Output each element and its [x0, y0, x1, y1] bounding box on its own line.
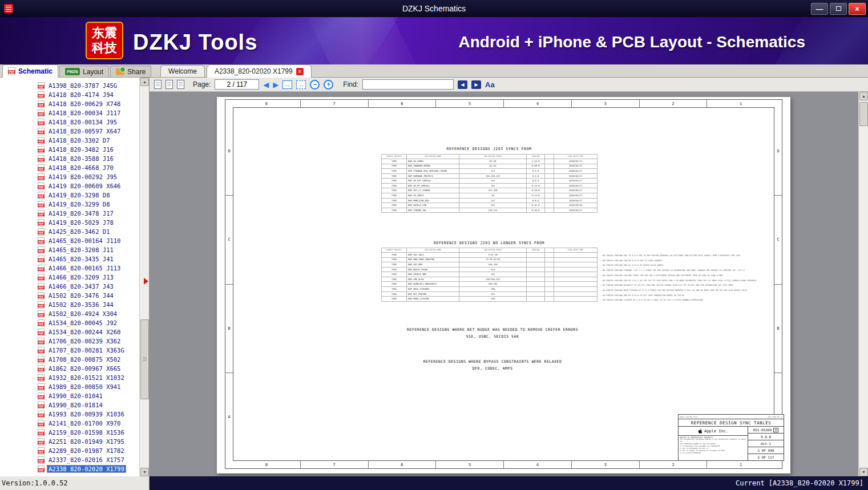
note-line: — NO SYNCED SYMLINK STRANGE 1 BY 1.1.1 S…: [600, 268, 777, 273]
scroll-up-icon[interactable]: ▲: [140, 78, 149, 86]
file-list-item[interactable]: PDF A2251 820-01949 X1795: [38, 437, 139, 446]
tab-close-icon[interactable]: ×: [296, 68, 304, 75]
file-list-item[interactable]: PDF A1990_820-01814: [38, 400, 139, 410]
file-list-item[interactable]: PDF A1425_820-3462 D1: [38, 227, 139, 236]
file-list-item[interactable]: PDF A1418_820-3482 J16: [38, 145, 139, 154]
file-list-item[interactable]: PDF A1419_820-5029 J78: [38, 218, 139, 227]
file-name: A1502 820-3536 J44: [47, 301, 115, 308]
file-list-item[interactable]: PDF A2159_820-01598 X1536: [38, 428, 139, 437]
tab-share[interactable]: Share: [110, 66, 151, 77]
file-list-item[interactable]: PDF A2338_820-02020 X1799: [38, 464, 139, 473]
facing-pages-view-icon[interactable]: [165, 80, 173, 89]
scroll-up-icon[interactable]: ▲: [859, 92, 868, 100]
sidebar-scrollbar[interactable]: ▲ ▼: [139, 78, 149, 476]
file-list-item[interactable]: PDF A1418_820-00597 X647: [38, 127, 139, 136]
file-list-item[interactable]: PDF A1862 820-00967 X665: [38, 364, 139, 373]
pdf-icon: PDF: [38, 338, 45, 345]
viewer-scrollbar-thumb[interactable]: [859, 102, 868, 126]
file-list-item[interactable]: PDF A1989_820-00850 X941: [38, 382, 139, 391]
file-list-item[interactable]: PDF A1418 820-4174 J94: [38, 90, 139, 99]
file-list-item[interactable]: PDF A1502 820-3536 J44: [38, 300, 139, 309]
grid-column-label: 5: [436, 100, 504, 107]
scroll-down-icon[interactable]: ▼: [859, 468, 868, 476]
file-list-item[interactable]: PDF A1990_820-01041: [38, 391, 139, 400]
col-header: SUB-DESIGN PAGES: [459, 248, 527, 253]
maximize-button[interactable]: [830, 3, 847, 15]
note-line: — NO SYNCED SYMLINK DUE BY 1.51.3 AS THE…: [600, 278, 777, 284]
file-name: A1419 820-00292 J95: [47, 173, 118, 180]
file-list-item[interactable]: PDF A2289_820-01987 X1782: [38, 446, 139, 455]
file-list-item[interactable]: PDF A1419_820-3478 J17: [38, 209, 139, 218]
next-page-icon[interactable]: ▶: [273, 81, 278, 88]
file-list-item[interactable]: PDF A2141_820-01700 X970: [38, 419, 139, 428]
zoom-out-icon[interactable]: −: [310, 80, 320, 90]
file-list-item[interactable]: PDF A1708_820-00875 X502: [38, 355, 139, 364]
file-list-item[interactable]: PDF A1534_820-00244 X260: [38, 327, 139, 337]
title-block-strip-right: REV 2020-05-11: [768, 416, 782, 418]
tab-welcome[interactable]: Welcome: [160, 65, 205, 77]
file-list-item[interactable]: PDF A1465_820-00164 J110: [38, 236, 139, 245]
tab-layout[interactable]: PADS Layout: [59, 66, 109, 77]
drawing-number: 051-05399: [753, 428, 772, 432]
scroll-down-icon[interactable]: ▼: [140, 468, 149, 476]
close-button[interactable]: ×: [849, 3, 866, 15]
pdf-icon: PDF: [38, 173, 45, 181]
table-row: T595 RAP_PWR_CORE_CORSTEN 77~79,82~83: [382, 257, 597, 262]
previous-page-icon[interactable]: ◀: [263, 81, 269, 88]
file-list-item[interactable]: PDF A2337_820-02016 X1757: [38, 455, 139, 464]
find-previous-icon[interactable]: ◀: [458, 80, 467, 89]
file-list-item[interactable]: PDF A1466_820-3209 J13: [38, 273, 139, 282]
sheet-size: D: [773, 428, 778, 432]
file-list-item[interactable]: PDF A1534_820-00045 J92: [38, 318, 139, 327]
table-header-row: SOURCE PROJECT SUB-DESIGN NAME SUB-DESIG…: [382, 155, 597, 159]
file-list-item[interactable]: PDF A1419 820-00609 X646: [38, 181, 139, 191]
note-line: — NO SYNCED SYMLINK CLUSTER BY 1.0.5 TO …: [600, 298, 777, 303]
file-list-item[interactable]: PDF A1419_820-3299 D8: [38, 200, 139, 209]
tab-schematic[interactable]: PDF Schematic: [2, 64, 58, 78]
maximize-icon: [836, 6, 841, 11]
find-next-icon[interactable]: ▶: [471, 80, 481, 89]
file-list-item[interactable]: PDF A1465_820-3208 J11: [38, 245, 139, 254]
tab-document[interactable]: A2338_820-02020 X1799 ×: [207, 64, 312, 78]
file-list-item[interactable]: PDF A1502 820-3476 J44: [38, 291, 139, 300]
file-list-item[interactable]: PDF A1418_820-00134 J95: [38, 118, 139, 127]
file-list-item[interactable]: PDF A1418 820-00629 X748: [38, 99, 139, 108]
file-name: A1502 820-3476 J44: [47, 292, 115, 299]
match-case-icon[interactable]: Aa: [485, 80, 495, 89]
file-list-item[interactable]: PDF A1466_820-3437 J43: [38, 282, 139, 291]
viewer-scrollbar[interactable]: ▲ ▼: [858, 92, 868, 476]
file-list-item[interactable]: PDF A1706_820-00239 X362: [38, 337, 139, 346]
file-list-item[interactable]: PDF A1419_820-3298 D8: [38, 191, 139, 200]
page-label: Page:: [193, 80, 211, 88]
file-list-item[interactable]: PDF A1418_820-3302 D7: [38, 136, 139, 145]
file-list-item[interactable]: PDF A1418_820-4668 J70: [38, 163, 139, 172]
fit-page-icon[interactable]: ↔: [296, 80, 306, 89]
file-list-item[interactable]: PDF A1932_820-01521 X1032: [38, 373, 139, 382]
file-list-item[interactable]: PDF A1419 820-00292 J95: [38, 172, 139, 181]
zoom-in-icon[interactable]: +: [324, 80, 333, 90]
file-list-item[interactable]: PDF A1707_820-00281 X363G: [38, 346, 139, 355]
fit-width-icon[interactable]: ↔: [282, 80, 292, 89]
grid-row-label: A: [225, 373, 233, 461]
sidebar-collapse-arrow[interactable]: [144, 278, 148, 285]
col-header: VERSION: [527, 248, 545, 253]
file-list-item[interactable]: PDF A1465_820-3435 J41: [38, 254, 139, 264]
file-list-item[interactable]: PDF A1418_820-00034 J117: [38, 108, 139, 118]
minimize-button[interactable]: —: [811, 3, 828, 15]
sidebar-scrollbar-thumb[interactable]: [140, 319, 149, 399]
continuous-view-icon[interactable]: [177, 80, 184, 89]
file-list-item[interactable]: PDF A1993 820-00939 X1036: [38, 410, 139, 419]
table-row: T595 RAP_PROX_CLUSTER 240: [382, 297, 597, 302]
file-name: A1425_820-3462 D1: [47, 228, 111, 235]
table-row: T595 RAP_SHIELD_BRK 242: [382, 272, 597, 277]
note-line: — NO SYNCED SYMLINK FOR BD 0.37.0 DUE TO…: [600, 258, 777, 264]
file-list-item[interactable]: PDF A1466_820-00165 J113: [38, 264, 139, 273]
file-list-item[interactable]: PDF A1418_820-3588 J16: [38, 154, 139, 163]
file-list-item[interactable]: PDF A1398_820-3787 J45G: [38, 81, 139, 90]
grid-column-label: 7: [301, 100, 369, 107]
page-input[interactable]: [215, 79, 259, 90]
single-page-view-icon[interactable]: [154, 80, 162, 89]
version-text: Version:1.0.0.52: [0, 476, 150, 490]
find-input[interactable]: [362, 79, 454, 90]
file-list-item[interactable]: PDF A1502_820-4924 X304: [38, 309, 139, 318]
